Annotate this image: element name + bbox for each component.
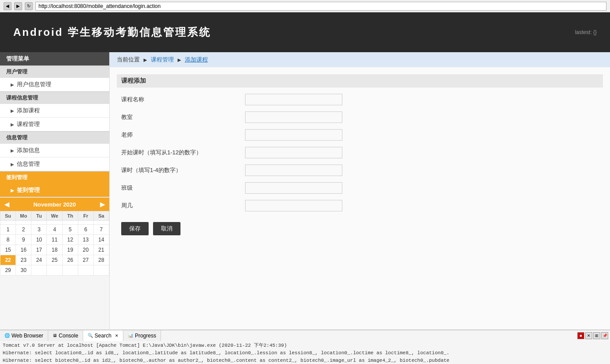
- calendar-day[interactable]: 19: [62, 245, 78, 255]
- calendar-day[interactable]: 24: [31, 255, 47, 265]
- input-classroom[interactable]: [245, 111, 342, 123]
- input-class[interactable]: [245, 182, 342, 194]
- calendar-day[interactable]: 22: [0, 255, 16, 265]
- calendar-day[interactable]: 4: [47, 225, 62, 235]
- calendar-day[interactable]: 16: [16, 245, 31, 255]
- breadcrumb-current: 添加课程: [185, 56, 208, 64]
- calendar-day[interactable]: 1: [0, 225, 16, 235]
- calendar-day[interactable]: 14: [93, 235, 109, 245]
- calendar-day[interactable]: 7: [93, 225, 109, 235]
- cal-header-th: Th: [62, 211, 78, 221]
- calendar-day[interactable]: 26: [62, 255, 78, 265]
- breadcrumb-course-manage[interactable]: 课程管理: [151, 56, 174, 64]
- search-icon: 🔍: [88, 333, 93, 338]
- tab-progress[interactable]: 📊 Progress: [123, 330, 161, 341]
- tab-search[interactable]: 🔍 Search ✕: [83, 330, 123, 341]
- cal-header-sa: Sa: [93, 211, 109, 221]
- input-course-name[interactable]: [245, 94, 342, 105]
- log-line-1: Hibernate: select location0_.id as id8_,…: [3, 349, 607, 357]
- calendar: ◀ November 2020 ▶ Su Mo Tu We Th Fr Sa: [0, 197, 109, 276]
- lastest-label: lastest: {}: [575, 29, 597, 35]
- cal-prev-button[interactable]: ◀: [4, 201, 9, 208]
- calendar-day[interactable]: [62, 265, 78, 276]
- form-row-teacher: 老师: [117, 129, 603, 141]
- calendar-day[interactable]: 8: [0, 235, 16, 245]
- calendar-day[interactable]: 9: [16, 235, 31, 245]
- calendar-day[interactable]: 18: [47, 245, 62, 255]
- calendar-day[interactable]: [47, 221, 62, 225]
- calendar-day[interactable]: 20: [78, 245, 93, 255]
- input-teacher[interactable]: [245, 129, 342, 141]
- calendar-day[interactable]: 27: [78, 255, 93, 265]
- calendar-day[interactable]: 17: [31, 245, 47, 255]
- sidebar-item-info-manage[interactable]: ▶ 信息管理: [0, 157, 109, 171]
- sidebar-item-user-info[interactable]: ▶ 用户信息管理: [0, 78, 109, 92]
- calendar-day[interactable]: 12: [62, 235, 78, 245]
- calendar-day[interactable]: 2: [16, 225, 31, 235]
- input-period[interactable]: [245, 165, 342, 176]
- calendar-day[interactable]: [47, 265, 62, 276]
- sidebar-item-add-info[interactable]: ▶ 添加信息: [0, 144, 109, 157]
- server-info-line: Tomcat v7.0 Server at localhost [Apache …: [3, 342, 607, 349]
- calendar-day[interactable]: [93, 265, 109, 276]
- tab-search-close-icon[interactable]: ✕: [115, 333, 119, 338]
- sidebar-item-label: 签到管理: [17, 186, 40, 194]
- sidebar-item-checkin[interactable]: ▶ 签到管理: [0, 184, 109, 197]
- save-button[interactable]: 保存: [121, 222, 149, 235]
- calendar-day[interactable]: [93, 221, 109, 225]
- calendar-day[interactable]: [16, 221, 31, 225]
- main-layout: 管理菜单 用户管理 ▶ 用户信息管理 课程信息管理 ▶ 添加课程 ▶ 课程管理 …: [0, 52, 610, 330]
- sidebar-item-course-manage[interactable]: ▶ 课程管理: [0, 118, 109, 131]
- calendar-day[interactable]: [78, 265, 93, 276]
- calendar-day[interactable]: [62, 221, 78, 225]
- url-bar[interactable]: [35, 2, 606, 11]
- calendar-day[interactable]: 5: [62, 225, 78, 235]
- calendar-day[interactable]: 13: [78, 235, 93, 245]
- tab-web-browser[interactable]: 🌐 Web Browser: [0, 330, 48, 341]
- sidebar-item-add-course[interactable]: ▶ 添加课程: [0, 104, 109, 118]
- calendar-day[interactable]: 6: [78, 225, 93, 235]
- calendar-day[interactable]: 3: [31, 225, 47, 235]
- calendar-day[interactable]: 10: [31, 235, 47, 245]
- bottom-content: Tomcat v7.0 Server at localhost [Apache …: [0, 341, 610, 364]
- pin-button[interactable]: 📌: [601, 332, 608, 339]
- tab-console[interactable]: 🖥 Console: [48, 330, 83, 341]
- calendar-day[interactable]: [0, 221, 16, 225]
- tab-progress-label: Progress: [135, 333, 156, 339]
- calendar-day[interactable]: 28: [93, 255, 109, 265]
- nav-forward-button[interactable]: ▶: [14, 2, 22, 10]
- breadcrumb: 当前位置 ► 课程管理 ► 添加课程: [110, 52, 610, 67]
- form-title: 课程添加: [117, 74, 603, 88]
- calendar-day[interactable]: 25: [47, 255, 62, 265]
- calendar-day[interactable]: 15: [0, 245, 16, 255]
- calendar-grid: Su Mo Tu We Th Fr Sa 1234567891011121314…: [0, 211, 109, 276]
- sidebar-item-label: 添加信息: [17, 146, 40, 154]
- tab-console-label: Console: [59, 333, 78, 339]
- bottom-tabs: 🌐 Web Browser 🖥 Console 🔍 Search ✕ 📊 Pro…: [0, 330, 161, 341]
- nav-back-button[interactable]: ◀: [4, 2, 12, 10]
- calendar-day[interactable]: 21: [93, 245, 109, 255]
- cal-next-button[interactable]: ▶: [100, 201, 105, 208]
- arrow-icon: ▶: [11, 122, 14, 127]
- cancel-button[interactable]: 取消: [153, 222, 180, 235]
- input-start-period[interactable]: [245, 147, 342, 158]
- form-label-teacher: 老师: [121, 131, 245, 139]
- input-weekday[interactable]: [245, 200, 342, 211]
- main-content: 当前位置 ► 课程管理 ► 添加课程 课程添加 课程名称 教室 老师 开始课时（…: [110, 52, 610, 330]
- nav-refresh-button[interactable]: ↻: [25, 2, 33, 10]
- minimize-button[interactable]: ✕: [585, 332, 592, 339]
- sidebar-item-label: 用户信息管理: [17, 80, 51, 88]
- form-buttons: 保存 取消: [117, 218, 603, 240]
- calendar-day[interactable]: 23: [16, 255, 31, 265]
- calendar-day[interactable]: 11: [47, 235, 62, 245]
- form-label-course-name: 课程名称: [121, 96, 245, 103]
- form-row-start-period: 开始课时（填写从1-12的数字）: [117, 147, 603, 158]
- calendar-day[interactable]: 30: [16, 265, 31, 276]
- scroll-lock-button[interactable]: ⊞: [593, 332, 600, 339]
- calendar-header: ◀ November 2020 ▶: [0, 198, 109, 211]
- stop-button[interactable]: ■: [577, 332, 584, 339]
- calendar-day[interactable]: [31, 221, 47, 225]
- calendar-day[interactable]: [31, 265, 47, 276]
- calendar-day[interactable]: [78, 221, 93, 225]
- calendar-day[interactable]: 29: [0, 265, 16, 276]
